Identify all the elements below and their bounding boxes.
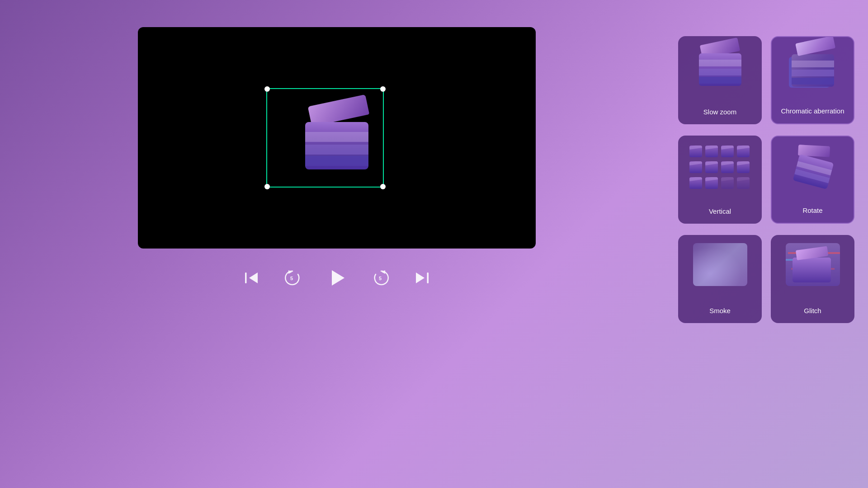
glitch-clapper [793,258,831,282]
glitch-clapper-top [795,246,828,260]
glitch-bg [786,243,840,286]
skip-end-icon [414,270,430,286]
pc-s1 [699,60,741,66]
forward-button[interactable]: 5 [371,267,392,288]
v-cell [689,145,702,157]
skip-end-button[interactable] [414,270,430,286]
handle-br[interactable] [380,184,386,189]
v-cell [705,145,718,157]
svg-rect-0 [245,272,247,283]
chroma-body [792,54,834,87]
v-cell [689,177,702,189]
glitch-preview [786,243,840,286]
chroma-label: Chromatic aberration [781,107,844,116]
pc-body [699,53,741,86]
video-controls: 5 5 [243,267,430,289]
effect-vertical[interactable]: Vertical [678,136,762,224]
effect-smoke[interactable]: Smoke [678,235,762,323]
video-section: 5 5 [14,27,660,289]
svg-rect-7 [427,272,429,283]
play-icon [326,267,348,289]
svg-marker-4 [332,270,344,286]
effect-slow-zoom[interactable]: Slow zoom [678,36,762,124]
video-content [138,27,536,249]
glitch-preview-container [771,235,854,294]
handle-tl[interactable] [264,86,270,92]
effects-panel: Slow zoom Chromatic aberration [678,27,854,334]
chroma-s1 [792,61,834,67]
chroma-preview [788,46,838,87]
rewind-icon: 5 [282,267,303,288]
rot-body [793,154,834,189]
clapper-stripe-3 [305,156,368,166]
v-cell [721,161,734,173]
pc-s2 [699,69,741,75]
effect-glitch[interactable]: Glitch [771,235,854,323]
v-cell [737,177,750,189]
v-cell [689,161,702,173]
smoke-label: Smoke [709,306,731,315]
effect-chromatic-aberration[interactable]: Chromatic aberration [771,36,854,124]
v-cell [737,145,750,157]
forward-icon: 5 [371,267,392,288]
slow-zoom-label: Slow zoom [703,108,736,117]
svg-text:5: 5 [290,276,293,281]
smoke-bg [693,243,747,286]
chroma-top [795,37,835,56]
skip-start-icon [243,270,259,286]
chroma-preview-container [772,37,854,96]
glitch-label: Glitch [804,306,821,315]
v-cell [721,177,734,189]
svg-text:5: 5 [379,276,382,281]
svg-marker-1 [249,272,258,283]
clapper-body [305,122,368,169]
v-cell [737,161,750,173]
rotate-preview-container [772,136,854,195]
slow-zoom-preview [678,36,762,95]
skip-start-button[interactable] [243,270,259,286]
play-button[interactable] [326,267,348,289]
vertical-preview-container [678,136,762,194]
handle-bl[interactable] [264,184,270,189]
clapper-stripe-2 [305,145,368,155]
smoke-preview-container [678,235,762,294]
vertical-preview [689,140,752,190]
clapper-stripe-1 [305,132,368,142]
clapper-icon [301,106,373,169]
chroma-s3 [792,78,834,84]
pc-s3 [699,77,741,84]
main-container: 5 5 [14,27,854,461]
v-cell [705,177,718,189]
rewind-button[interactable]: 5 [282,267,303,288]
vertical-label: Vertical [709,207,731,216]
chroma-s2 [792,70,834,76]
slow-zoom-clapper [695,45,745,86]
rotate-label: Rotate [802,206,822,215]
video-player [138,27,536,249]
v-cell [721,145,734,157]
smoke-overlay [693,243,747,286]
svg-marker-8 [416,272,425,283]
rotate-preview [789,145,836,188]
handle-tr[interactable] [380,86,386,92]
smoke-preview [693,243,747,286]
v-cell [705,161,718,173]
effect-rotate[interactable]: Rotate [771,136,854,224]
